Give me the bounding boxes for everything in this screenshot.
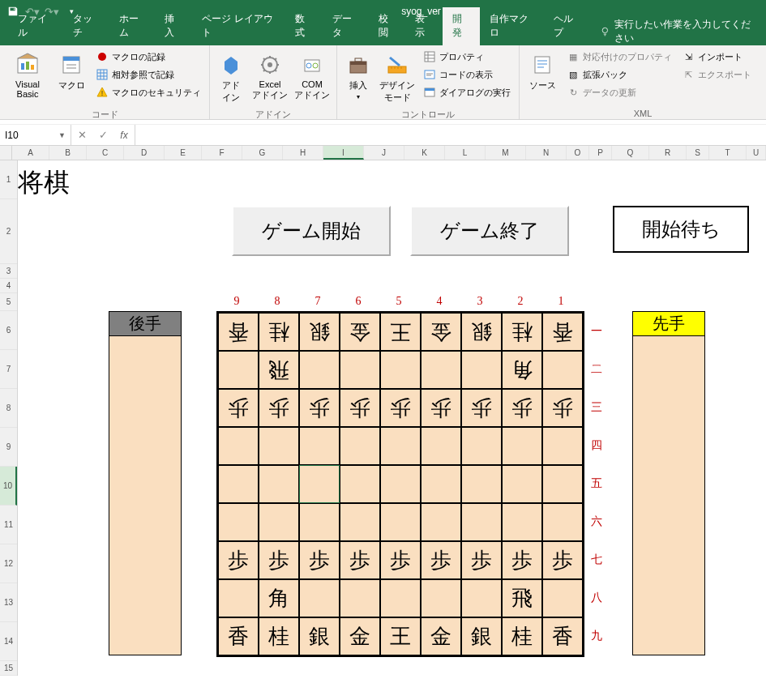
shogi-board[interactable]: 香桂銀金王金銀桂香飛角歩歩歩歩歩歩歩歩歩歩歩歩歩歩歩歩歩歩角飛香桂銀金王金銀桂香: [216, 311, 584, 657]
excel-addins-button[interactable]: Excel アドイン: [250, 49, 289, 105]
properties-button[interactable]: プロパティ: [420, 49, 514, 65]
row-header-9[interactable]: 9: [0, 428, 17, 467]
board-square[interactable]: 金: [340, 617, 380, 655]
board-square[interactable]: [421, 465, 461, 503]
board-square[interactable]: 香: [218, 313, 259, 351]
com-addins-button[interactable]: COM アドイン: [293, 49, 332, 105]
tab-insert[interactable]: 挿入: [155, 7, 192, 45]
board-square[interactable]: 飛: [502, 579, 542, 617]
board-square[interactable]: [542, 427, 583, 465]
board-square[interactable]: [299, 579, 340, 617]
tab-custom-macro[interactable]: 自作マクロ: [480, 7, 544, 45]
col-header-G[interactable]: G: [242, 146, 283, 160]
col-header-N[interactable]: N: [526, 146, 567, 160]
board-square[interactable]: 歩: [380, 541, 421, 579]
tab-help[interactable]: ヘルプ: [544, 7, 590, 45]
board-square[interactable]: 角: [259, 579, 299, 617]
board-square[interactable]: 銀: [461, 617, 502, 655]
tab-data[interactable]: データ: [323, 7, 369, 45]
board-square[interactable]: 歩: [542, 389, 583, 427]
board-square[interactable]: [218, 351, 259, 389]
col-header-C[interactable]: C: [87, 146, 124, 160]
board-square[interactable]: 金: [421, 313, 461, 351]
board-square[interactable]: [340, 465, 380, 503]
board-square[interactable]: 歩: [340, 541, 380, 579]
board-square[interactable]: 金: [421, 617, 461, 655]
board-square[interactable]: [299, 503, 340, 541]
board-square[interactable]: [421, 579, 461, 617]
board-square[interactable]: [502, 503, 542, 541]
col-header-Q[interactable]: Q: [612, 146, 649, 160]
expansion-pack-button[interactable]: ▧拡張パック: [563, 66, 675, 83]
board-square[interactable]: 歩: [259, 541, 299, 579]
board-square[interactable]: [461, 351, 502, 389]
board-square[interactable]: [259, 503, 299, 541]
col-header-F[interactable]: F: [202, 146, 242, 160]
board-square[interactable]: [380, 503, 421, 541]
row-header-1[interactable]: 1: [0, 160, 17, 199]
board-square[interactable]: 歩: [259, 389, 299, 427]
board-square[interactable]: 香: [542, 617, 583, 655]
board-square[interactable]: 歩: [380, 389, 421, 427]
col-header-M[interactable]: M: [486, 146, 526, 160]
name-box[interactable]: I10▼: [0, 125, 71, 145]
board-square[interactable]: [218, 465, 259, 503]
row-header-6[interactable]: 6: [0, 311, 17, 350]
select-all-corner[interactable]: [0, 146, 12, 160]
board-square[interactable]: [218, 503, 259, 541]
col-header-D[interactable]: D: [124, 146, 165, 160]
accept-formula-button[interactable]: ✓: [92, 129, 113, 141]
board-square[interactable]: 銀: [299, 313, 340, 351]
board-square[interactable]: 桂: [259, 617, 299, 655]
sente-pieces[interactable]: [633, 336, 704, 655]
board-square[interactable]: 歩: [299, 389, 340, 427]
board-square[interactable]: 王: [380, 617, 421, 655]
col-header-I[interactable]: I: [323, 146, 364, 160]
grid-area[interactable]: 将棋 ゲーム開始 ゲーム終了 開始待ち 987654321 一二三四五六七八九 …: [18, 160, 766, 676]
board-square[interactable]: 角: [502, 351, 542, 389]
board-square[interactable]: [380, 427, 421, 465]
board-square[interactable]: [380, 465, 421, 503]
col-header-A[interactable]: A: [12, 146, 49, 160]
board-square[interactable]: [259, 427, 299, 465]
board-square[interactable]: 歩: [218, 389, 259, 427]
board-square[interactable]: 香: [542, 313, 583, 351]
board-square[interactable]: 歩: [502, 541, 542, 579]
xml-source-button[interactable]: ソース: [524, 49, 560, 105]
board-square[interactable]: 歩: [421, 389, 461, 427]
board-square[interactable]: [421, 427, 461, 465]
addins-button[interactable]: アド イン: [215, 49, 247, 105]
board-square[interactable]: [380, 351, 421, 389]
board-square[interactable]: [259, 465, 299, 503]
run-dialog-button[interactable]: ダイアログの実行: [420, 84, 514, 100]
row-header-7[interactable]: 7: [0, 350, 17, 389]
col-header-L[interactable]: L: [445, 146, 486, 160]
formula-input[interactable]: [135, 125, 766, 145]
col-header-E[interactable]: E: [165, 146, 202, 160]
board-square[interactable]: [502, 427, 542, 465]
board-square[interactable]: 金: [340, 313, 380, 351]
col-header-R[interactable]: R: [649, 146, 687, 160]
board-square[interactable]: [461, 579, 502, 617]
board-square[interactable]: 歩: [502, 389, 542, 427]
record-macro-button[interactable]: マクロの記録: [92, 49, 204, 65]
board-square[interactable]: 歩: [461, 541, 502, 579]
start-game-button[interactable]: ゲーム開始: [232, 206, 391, 256]
board-square[interactable]: 桂: [259, 313, 299, 351]
board-square[interactable]: [340, 427, 380, 465]
board-square[interactable]: [218, 427, 259, 465]
board-square[interactable]: 歩: [542, 541, 583, 579]
design-mode-button[interactable]: デザイン モード: [378, 49, 417, 105]
col-header-U[interactable]: U: [747, 146, 766, 160]
cancel-formula-button[interactable]: ✕: [71, 129, 92, 141]
board-square[interactable]: 銀: [299, 617, 340, 655]
col-header-P[interactable]: P: [589, 146, 612, 160]
view-code-button[interactable]: コードの表示: [420, 66, 514, 83]
board-square[interactable]: [380, 579, 421, 617]
macros-button[interactable]: マクロ: [53, 49, 89, 105]
tab-touch[interactable]: タッチ: [63, 7, 109, 45]
col-header-O[interactable]: O: [567, 146, 589, 160]
gote-pieces[interactable]: [109, 336, 181, 655]
board-square[interactable]: [461, 503, 502, 541]
tab-developer[interactable]: 開発: [443, 7, 480, 45]
